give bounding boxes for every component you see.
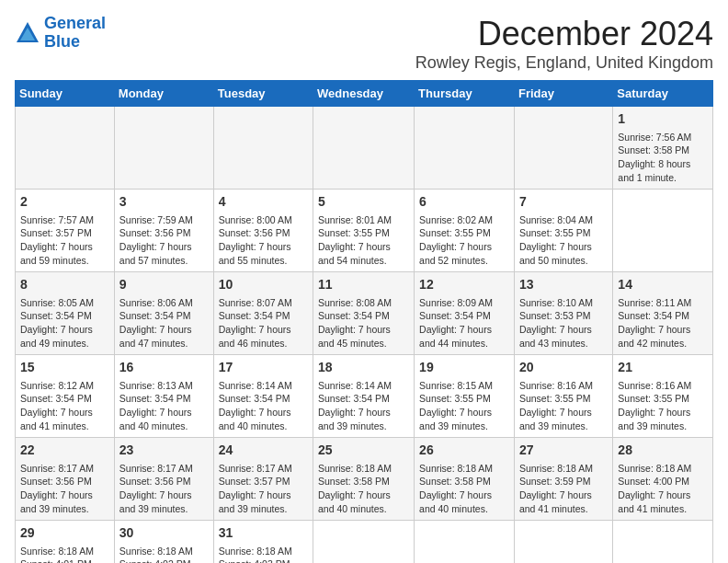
day-info: Sunrise: 8:18 AMSunset: 3:59 PMDaylight:… [519,462,608,516]
day-info: Sunrise: 8:18 AMSunset: 3:58 PMDaylight:… [318,462,409,516]
calendar-cell: 25Sunrise: 8:18 AMSunset: 3:58 PMDayligh… [313,438,415,521]
day-number: 24 [219,442,308,460]
day-number: 30 [119,524,209,543]
day-info: Sunrise: 8:02 AMSunset: 3:55 PMDaylight:… [419,213,509,268]
calendar-cell: 23Sunrise: 8:17 AMSunset: 3:56 PMDayligh… [114,438,213,521]
day-number: 4 [219,193,308,212]
calendar-cell [415,521,515,564]
calendar-cell [313,107,415,190]
day-info: Sunrise: 8:18 AMSunset: 3:58 PMDaylight:… [419,462,509,516]
day-number: 31 [219,524,308,543]
calendar-cell [613,190,713,272]
calendar-cell: 20Sunrise: 8:16 AMSunset: 3:55 PMDayligh… [514,355,612,438]
calendar-cell: 22Sunrise: 8:17 AMSunset: 3:56 PMDayligh… [16,438,115,521]
day-info: Sunrise: 8:17 AMSunset: 3:56 PMDaylight:… [20,462,109,516]
day-number: 16 [119,359,209,377]
day-number: 5 [318,193,409,212]
calendar-cell: 10Sunrise: 8:07 AMSunset: 3:54 PMDayligh… [213,272,313,355]
calendar-cell: 19Sunrise: 8:15 AMSunset: 3:55 PMDayligh… [415,355,515,438]
calendar-cell [514,107,612,190]
day-info: Sunrise: 8:16 AMSunset: 3:55 PMDaylight:… [519,379,608,433]
calendar-cell: 8Sunrise: 8:05 AMSunset: 3:54 PMDaylight… [16,272,115,355]
day-info: Sunrise: 8:01 AMSunset: 3:55 PMDaylight:… [318,213,409,268]
calendar-cell [213,107,313,190]
calendar-cell: 12Sunrise: 8:09 AMSunset: 3:54 PMDayligh… [415,272,515,355]
logo-icon [15,20,40,46]
week-row-5: 22Sunrise: 8:17 AMSunset: 3:56 PMDayligh… [16,438,713,521]
day-number: 13 [519,276,608,294]
day-info: Sunrise: 8:16 AMSunset: 3:55 PMDaylight:… [618,379,708,433]
day-number: 9 [119,276,209,294]
day-number: 17 [219,359,308,377]
logo-line1: General [44,14,106,32]
day-number: 21 [618,359,708,377]
calendar-cell: 1Sunrise: 7:56 AMSunset: 3:58 PMDaylight… [613,107,713,190]
week-row-4: 15Sunrise: 8:12 AMSunset: 3:54 PMDayligh… [16,355,713,438]
header-day-monday: Monday [114,81,213,107]
day-info: Sunrise: 8:18 AMSunset: 4:01 PMDaylight:… [20,545,109,563]
week-row-1: 1Sunrise: 7:56 AMSunset: 3:58 PMDaylight… [16,107,713,190]
day-number: 29 [20,524,109,543]
calendar-cell: 24Sunrise: 8:17 AMSunset: 3:57 PMDayligh… [213,438,313,521]
header-day-sunday: Sunday [16,81,115,107]
calendar-cell: 6Sunrise: 8:02 AMSunset: 3:55 PMDaylight… [415,190,515,272]
logo-line2: Blue [44,32,80,51]
day-info: Sunrise: 8:11 AMSunset: 3:54 PMDaylight:… [618,296,708,350]
day-info: Sunrise: 7:59 AMSunset: 3:56 PMDaylight:… [119,213,209,268]
day-info: Sunrise: 8:06 AMSunset: 3:54 PMDaylight:… [119,296,209,350]
calendar-cell [514,521,612,564]
calendar-cell: 30Sunrise: 8:18 AMSunset: 4:02 PMDayligh… [114,521,213,564]
day-info: Sunrise: 7:56 AMSunset: 3:58 PMDaylight:… [618,131,708,185]
day-number: 11 [318,276,409,294]
day-number: 22 [20,442,109,460]
day-info: Sunrise: 8:15 AMSunset: 3:55 PMDaylight:… [419,379,509,433]
calendar-cell: 27Sunrise: 8:18 AMSunset: 3:59 PMDayligh… [514,438,612,521]
day-number: 7 [519,193,608,212]
day-number: 18 [318,359,409,377]
calendar-cell: 13Sunrise: 8:10 AMSunset: 3:53 PMDayligh… [514,272,612,355]
day-number: 14 [618,276,708,294]
day-info: Sunrise: 8:08 AMSunset: 3:54 PMDaylight:… [318,296,409,350]
day-number: 25 [318,442,409,460]
day-number: 23 [119,442,209,460]
day-info: Sunrise: 8:12 AMSunset: 3:54 PMDaylight:… [20,379,109,433]
header-day-friday: Friday [514,81,612,107]
day-number: 27 [519,442,608,460]
calendar-cell: 18Sunrise: 8:14 AMSunset: 3:54 PMDayligh… [313,355,415,438]
calendar-header: SundayMondayTuesdayWednesdayThursdayFrid… [16,81,713,107]
week-row-6: 29Sunrise: 8:18 AMSunset: 4:01 PMDayligh… [16,521,713,564]
day-info: Sunrise: 8:18 AMSunset: 4:00 PMDaylight:… [618,462,708,516]
day-number: 26 [419,442,509,460]
month-title: December 2024 [415,15,713,53]
day-info: Sunrise: 8:17 AMSunset: 3:56 PMDaylight:… [119,462,209,516]
day-info: Sunrise: 8:13 AMSunset: 3:54 PMDaylight:… [119,379,209,433]
calendar-cell: 9Sunrise: 8:06 AMSunset: 3:54 PMDaylight… [114,272,213,355]
calendar-cell: 2Sunrise: 7:57 AMSunset: 3:57 PMDaylight… [16,190,115,272]
day-info: Sunrise: 8:04 AMSunset: 3:55 PMDaylight:… [519,213,608,268]
calendar-cell: 3Sunrise: 7:59 AMSunset: 3:56 PMDaylight… [114,190,213,272]
day-number: 12 [419,276,509,294]
day-info: Sunrise: 8:07 AMSunset: 3:54 PMDaylight:… [219,296,308,350]
day-number: 20 [519,359,608,377]
day-number: 3 [119,193,209,212]
calendar-cell: 21Sunrise: 8:16 AMSunset: 3:55 PMDayligh… [613,355,713,438]
calendar-table: SundayMondayTuesdayWednesdayThursdayFrid… [15,80,713,563]
calendar-cell: 15Sunrise: 8:12 AMSunset: 3:54 PMDayligh… [16,355,115,438]
calendar-cell: 17Sunrise: 8:14 AMSunset: 3:54 PMDayligh… [213,355,313,438]
calendar-cell [16,107,115,190]
week-row-3: 8Sunrise: 8:05 AMSunset: 3:54 PMDaylight… [16,272,713,355]
calendar-cell: 14Sunrise: 8:11 AMSunset: 3:54 PMDayligh… [613,272,713,355]
day-info: Sunrise: 7:57 AMSunset: 3:57 PMDaylight:… [20,213,109,268]
day-number: 28 [618,442,708,460]
day-number: 19 [419,359,509,377]
day-info: Sunrise: 8:00 AMSunset: 3:56 PMDaylight:… [219,213,308,268]
day-info: Sunrise: 8:18 AMSunset: 4:02 PMDaylight:… [119,545,209,563]
week-row-2: 2Sunrise: 7:57 AMSunset: 3:57 PMDaylight… [16,190,713,272]
calendar-body: 1Sunrise: 7:56 AMSunset: 3:58 PMDaylight… [16,107,713,564]
calendar-cell: 28Sunrise: 8:18 AMSunset: 4:00 PMDayligh… [613,438,713,521]
calendar-cell: 16Sunrise: 8:13 AMSunset: 3:54 PMDayligh… [114,355,213,438]
calendar-cell [313,521,415,564]
logo: General Blue [15,15,106,52]
header-row: SundayMondayTuesdayWednesdayThursdayFrid… [16,81,713,107]
day-info: Sunrise: 8:17 AMSunset: 3:57 PMDaylight:… [219,462,308,516]
